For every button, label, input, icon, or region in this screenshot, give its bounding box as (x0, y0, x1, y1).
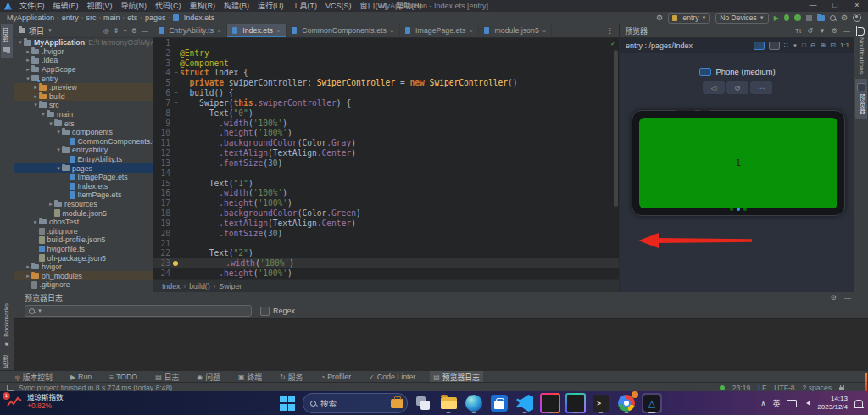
tabs-more-icon[interactable]: ⋮ (601, 24, 619, 37)
tool-stripe-project[interactable]: 项目 (1, 24, 13, 58)
toolwindow-Code Linter[interactable]: ✓Code Linter (365, 371, 419, 383)
expand-all-icon[interactable]: ⇕ (114, 27, 120, 35)
device-label[interactable]: Phone (medium) (715, 67, 775, 76)
chevron-open-icon[interactable]: ▾ (55, 129, 62, 136)
start-button[interactable] (277, 393, 298, 413)
download-icon[interactable]: ▼ (819, 27, 826, 35)
code-line[interactable]: 7− Swiper(this.swiperController) { (153, 98, 619, 108)
toolwindow-版本控制[interactable]: ψ版本控制 (12, 371, 56, 383)
tree-item-MyApplication[interactable]: ▾MyApplication E:\HarmonyOS\MyApplicatio (14, 38, 153, 47)
chevron-closed-icon[interactable]: ▸ (32, 84, 39, 91)
code-line[interactable]: 11 .backgroundColor(Color.Gray) (153, 138, 619, 148)
chevron-closed-icon[interactable]: ▸ (25, 48, 31, 55)
breadcrumb-item[interactable]: src (86, 14, 96, 22)
zoom-ratio[interactable]: 1:1 (840, 42, 849, 49)
network-display-icon[interactable] (787, 400, 797, 407)
menu-导航(N)[interactable]: 导航(N) (117, 0, 152, 12)
preview-screen[interactable]: 1 (639, 118, 837, 208)
code-line[interactable]: 21 (153, 239, 619, 249)
status-event-icon[interactable] (7, 385, 14, 391)
sync-status-message[interactable]: Sync project finished in 8 s 774 ms (tod… (19, 384, 172, 392)
breadcrumb-item[interactable]: Index.ets (184, 14, 215, 22)
collapse-all-icon[interactable]: ÷ (123, 27, 126, 35)
taskbar-app-vscode[interactable] (515, 393, 535, 413)
breadcrumb-item[interactable]: ets (127, 14, 137, 22)
hide-previewer-icon[interactable]: — (843, 27, 850, 35)
fit-icon[interactable]: □ (802, 42, 806, 49)
stop-button[interactable] (806, 15, 812, 21)
toolwindow-服务[interactable]: ↻服务 (276, 371, 306, 383)
back-button[interactable]: ◁ (703, 81, 725, 94)
code-line[interactable]: 3@Component (153, 58, 619, 69)
tab-ImagePage.ets[interactable]: ImagePage.ets× (400, 24, 479, 37)
module-selector[interactable]: entry▼ (668, 13, 710, 24)
taskbar-app-deveco[interactable]: △ (642, 393, 662, 413)
task-view-button[interactable] (413, 393, 433, 413)
project-view-caret-icon[interactable]: ▼ (47, 28, 53, 33)
breadcrumb[interactable]: MyApplication›entry›src›main›ets›pages›I… (0, 14, 214, 22)
tree-item-resources[interactable]: ▸resources (14, 200, 153, 209)
menu-编辑(E)[interactable]: 编辑(E) (49, 0, 83, 12)
tree-item-oh-package.json5[interactable]: oh-package.json5 (14, 253, 153, 263)
breadcrumb-item[interactable]: entry (62, 14, 79, 22)
code-line[interactable]: 17 .height('100%') (153, 198, 619, 208)
editor-breadcrumb-item[interactable]: Index (162, 282, 181, 290)
chevron-open-icon[interactable]: ▾ (17, 39, 24, 46)
zoom-out-icon[interactable]: ⊖ (810, 42, 816, 49)
code-line[interactable]: 6− build() { (153, 88, 619, 98)
close-tab-icon[interactable]: × (542, 27, 547, 35)
taskbar-app-intellij[interactable] (540, 393, 560, 413)
close-tab-icon[interactable]: × (469, 27, 473, 35)
fold-marker-icon[interactable]: − (173, 88, 180, 98)
tree-item-hvigorfile.ts[interactable]: hvigorfile.ts (14, 245, 153, 254)
code-line[interactable]: 13 .fontSize(30) (153, 158, 619, 169)
code-line[interactable]: 20 .fontSize(30) (153, 229, 619, 239)
tab-module.json5[interactable]: module.json5× (479, 24, 553, 37)
tree-item-AppScope[interactable]: ▸AppScope (14, 65, 153, 75)
chevron-closed-icon[interactable]: ▸ (25, 273, 31, 279)
menu-帮助(H)[interactable]: 帮助(H) (392, 0, 426, 12)
chevron-closed-icon[interactable]: ▸ (25, 263, 31, 270)
close-tab-icon[interactable]: × (276, 27, 281, 35)
tree-item-.gitignore[interactable]: .gitignore (14, 280, 153, 290)
chevron-open-icon[interactable]: ▾ (55, 147, 62, 153)
debug-button[interactable] (784, 14, 789, 21)
code-line[interactable]: 9 .width('100%') (153, 119, 619, 129)
fold-marker-icon[interactable]: − (173, 68, 180, 78)
menu-构建(B)[interactable]: 构建(B) (220, 0, 253, 12)
toolwindow-预览器日志[interactable]: ▤预览器日志 (430, 371, 483, 383)
tree-item-main[interactable]: ▾main (14, 110, 153, 119)
chevron-closed-icon[interactable]: ▸ (25, 57, 31, 64)
frame-icon[interactable]: ⊡ (830, 42, 836, 49)
breadcrumb-item[interactable]: pages (145, 14, 166, 22)
profile-button[interactable] (794, 14, 801, 21)
fold-marker-icon[interactable]: − (173, 98, 180, 108)
chevron-closed-icon[interactable]: ▸ (47, 201, 54, 208)
tree-item-Index.ets[interactable]: Index.ets (14, 182, 153, 191)
editor-breadcrumb-item[interactable]: Swiper (219, 282, 242, 290)
log-output-area[interactable] (14, 318, 868, 370)
toolwindow-Profiler[interactable]: ◔Profiler (317, 371, 354, 383)
rotate-button[interactable]: ↺ (726, 81, 748, 94)
weather-stock-widget[interactable]: 1 道琼斯指数 +0.82% (7, 394, 64, 411)
toolwindow-TODO[interactable]: ≡TODO (106, 371, 141, 383)
menu-代码(C)[interactable]: 代码(C) (151, 0, 186, 12)
code-line[interactable]: 22 Text("2") (153, 248, 619, 258)
inspection-ok-icon[interactable]: ✓ (611, 39, 615, 47)
code-line[interactable]: 12 .textAlign(TextAlign.Center) (153, 148, 619, 158)
project-settings-icon[interactable]: ⚙ (131, 27, 137, 35)
ide-settings-icon[interactable]: ⚙ (841, 14, 848, 22)
lock-icon[interactable] (839, 387, 844, 391)
code-line[interactable]: 14 (153, 169, 619, 179)
chevron-open-icon[interactable]: ▾ (25, 75, 31, 82)
more-button[interactable]: ⋯ (750, 81, 772, 94)
taskbar-search[interactable]: 搜索 (303, 393, 408, 413)
settings-gear-icon[interactable]: ⚙ (656, 14, 663, 22)
menu-文件(F)[interactable]: 文件(F) (15, 0, 49, 12)
breadcrumb-item[interactable]: main (103, 14, 120, 22)
tray-chevron-up[interactable]: ∧ (761, 400, 766, 407)
taskbar-app-terminal[interactable]: >_ (591, 393, 611, 413)
previewer-settings-icon[interactable]: ⚙ (832, 27, 837, 35)
refresh-icon[interactable]: ↺ (807, 27, 813, 35)
volume-icon[interactable] (804, 401, 810, 406)
